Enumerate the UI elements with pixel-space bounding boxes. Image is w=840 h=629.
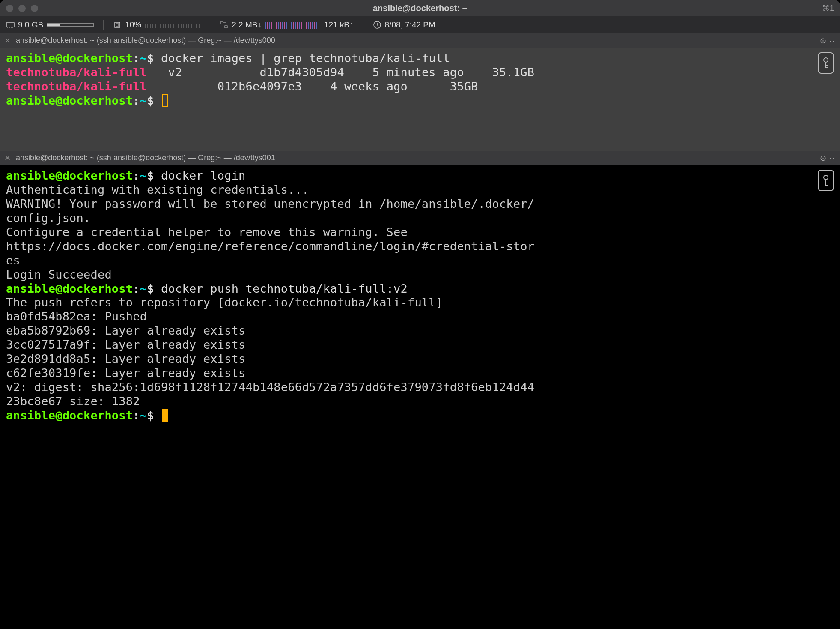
cpu-stat: 10% (113, 20, 200, 30)
terminal-output: WARNING! Your password will be stored un… (6, 197, 834, 211)
terminal-output: config.json. (6, 211, 834, 225)
prompt-symbol: $ (147, 51, 154, 65)
terminal-output: https://docs.docker.com/engine/reference… (6, 240, 834, 254)
svg-rect-7 (220, 22, 223, 24)
terminal-output: Authenticating with existing credentials… (6, 183, 834, 197)
docker-image-row: technotuba/kali-full v2 d1b7d4305d94 5 m… (6, 66, 834, 80)
network-stat: 2.2 MB↓ 121 kB↑ (220, 20, 353, 30)
command-text: docker images | grep technotuba/kali-ful… (161, 51, 450, 65)
zoom-window-button[interactable] (31, 5, 38, 12)
tab-bar-2[interactable]: ✕ ansible@dockerhost: ~ (ssh ansible@doc… (0, 151, 840, 165)
clock-icon (373, 21, 381, 29)
terminal-output: c62fe30319fe: Layer already exists (6, 366, 834, 380)
window-shortcut-hint: ⌘1 (822, 3, 834, 13)
image-repo: technotuba/kali-full (6, 66, 168, 79)
terminal-output: es (6, 254, 834, 268)
memory-stat: 9.0 GB (6, 20, 94, 30)
tab-2-label: ansible@dockerhost: ~ (ssh ansible@docke… (16, 153, 275, 162)
network-icon (220, 21, 228, 29)
svg-point-14 (824, 175, 828, 180)
command-text: docker login (161, 169, 245, 182)
terminal-output: 23bc8e67 size: 1382 (6, 395, 834, 409)
memory-icon (6, 21, 15, 29)
clock-stat: 8/08, 7:42 PM (373, 20, 435, 30)
terminal-output: ba0fd54b82ea: Pushed (6, 310, 834, 324)
image-size: 35.1GB (492, 66, 534, 79)
image-created: 5 minutes ago (372, 66, 492, 79)
image-created: 4 weeks ago (330, 80, 450, 93)
svg-rect-6 (116, 24, 119, 26)
prompt-line-idle-2: ansible@dockerhost:~$ (6, 409, 834, 423)
cpu-sparkline (145, 20, 200, 30)
prompt-path: ~ (140, 51, 147, 65)
traffic-lights (6, 5, 38, 12)
window-titlebar: ansible@dockerhost: ~ ⌘1 (0, 0, 840, 16)
system-statusbar: 9.0 GB 10% 2.2 MB↓ 121 kB↑ 8/08, 7:42 PM (0, 16, 840, 33)
command-text: docker push technotuba/kali-full:v2 (161, 282, 408, 295)
image-id: d1b7d4305d94 (259, 66, 372, 79)
image-tag: v2 (168, 66, 259, 79)
terminal-output: The push refers to repository [docker.io… (6, 296, 834, 310)
terminal-output: Configure a credential helper to remove … (6, 225, 834, 240)
prompt-line-idle: ansible@dockerhost:~$ (6, 94, 834, 108)
terminal-output: 3e2d891dd8a5: Layer already exists (6, 352, 834, 366)
net-down-value: 2.2 MB↓ (232, 20, 262, 30)
terminal-pane-1[interactable]: ansible@dockerhost:~$ docker images | gr… (0, 48, 840, 151)
tab-more-icon[interactable]: ⊙⋯ (820, 153, 835, 163)
cpu-icon (113, 21, 122, 29)
net-sparkline (265, 20, 321, 30)
tab-bar-1[interactable]: ✕ ansible@dockerhost: ~ (ssh ansible@doc… (0, 33, 840, 48)
net-up-value: 121 kB↑ (324, 20, 354, 30)
terminal-output: Login Succeeded (6, 268, 834, 282)
key-icon[interactable] (818, 170, 834, 191)
close-tab-icon[interactable]: ✕ (4, 153, 11, 163)
image-repo: technotuba/kali-full (6, 80, 168, 93)
terminal-pane-2[interactable]: ansible@dockerhost:~$ docker login Authe… (0, 165, 840, 431)
datetime-value: 8/08, 7:42 PM (385, 20, 435, 30)
tab-1-label: ansible@dockerhost: ~ (ssh ansible@docke… (16, 36, 275, 45)
cursor (162, 409, 168, 422)
terminal-output: eba5b8792b69: Layer already exists (6, 324, 834, 338)
terminal-output: v2: digest: sha256:1d698f1128f12744b148e… (6, 380, 834, 395)
svg-rect-0 (6, 23, 14, 27)
minimize-window-button[interactable] (18, 5, 26, 12)
close-tab-icon[interactable]: ✕ (4, 36, 11, 45)
close-window-button[interactable] (6, 5, 13, 12)
image-id: 012b6e4097e3 (217, 80, 330, 93)
svg-rect-5 (115, 22, 120, 27)
image-tag (168, 80, 217, 93)
window-title: ansible@dockerhost: ~ (373, 3, 467, 13)
prompt-line-2a: ansible@dockerhost:~$ docker login (6, 169, 834, 183)
tab-more-icon[interactable]: ⊙⋯ (820, 36, 835, 45)
cpu-value: 10% (125, 20, 141, 30)
memory-value: 9.0 GB (18, 20, 43, 30)
svg-rect-8 (225, 26, 227, 28)
image-size: 35GB (450, 80, 478, 93)
docker-image-row: technotuba/kali-full 012b6e4097e3 4 week… (6, 80, 834, 94)
cursor (162, 94, 168, 107)
prompt-line-1: ansible@dockerhost:~$ docker images | gr… (6, 51, 834, 66)
terminal-output: 3cc027517a9f: Layer already exists (6, 338, 834, 352)
svg-point-10 (824, 58, 828, 62)
prompt-line-2b: ansible@dockerhost:~$ docker push techno… (6, 282, 834, 296)
key-icon[interactable] (818, 52, 834, 74)
prompt-user: ansible@dockerhost (6, 51, 133, 65)
memory-bar (47, 23, 94, 27)
